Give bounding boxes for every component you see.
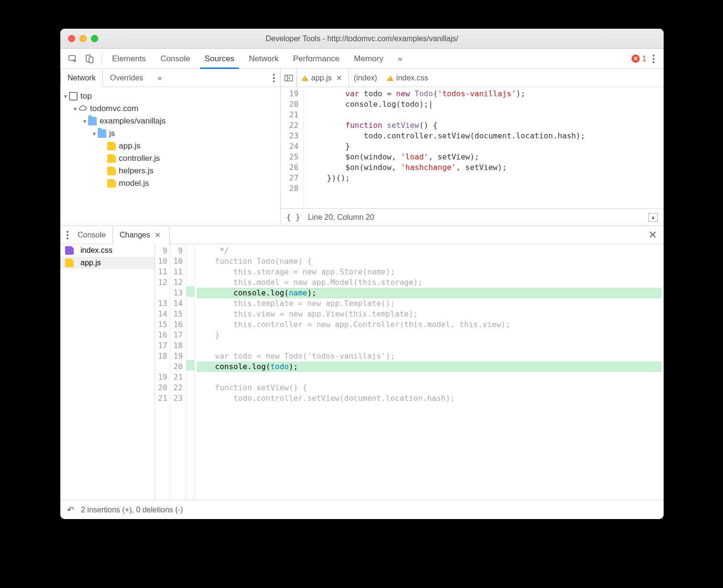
zoom-icon[interactable] — [91, 35, 98, 42]
tree-file-helpersjs[interactable]: helpers.js — [60, 165, 280, 177]
minimize-icon[interactable] — [79, 35, 87, 42]
titlebar: Developer Tools - http://todomvc.com/exa… — [60, 29, 664, 49]
tab-sources[interactable]: Sources — [197, 49, 241, 68]
error-badge[interactable]: ✕ 1 — [632, 55, 646, 63]
window-title: Developer Tools - http://todomvc.com/exa… — [60, 34, 664, 43]
tree-file-appjs[interactable]: app.js — [60, 140, 280, 152]
close-icon[interactable]: ✕ — [153, 231, 162, 239]
drawer-tab-console[interactable]: Console — [71, 226, 113, 244]
file-tree: ▼top ▼todomvc.com ▼examples/vanillajs ▼j… — [60, 87, 280, 226]
pretty-print-icon[interactable]: { } — [286, 213, 300, 222]
navigator-tabs: Network Overrides » — [60, 69, 280, 87]
panel-tabs: Elements Console Sources Network Perform… — [105, 49, 632, 68]
svg-rect-2 — [89, 57, 93, 63]
tab-performance[interactable]: Performance — [286, 49, 347, 68]
diff-code: */ function Todo(name) { this.storage = … — [195, 244, 664, 500]
line-gutter: 19202122232425262728 — [281, 87, 304, 208]
drawer-tabs: Console Changes ✕ ✕ — [60, 226, 664, 244]
inspect-icon[interactable] — [67, 53, 79, 65]
svg-rect-0 — [69, 56, 75, 60]
tab-console[interactable]: Console — [153, 49, 197, 68]
code-editor[interactable]: 19202122232425262728 var todo = new Todo… — [281, 87, 664, 208]
nav-tab-overrides[interactable]: Overrides — [103, 69, 150, 87]
source-editor-pane: app.js ✕ (index) index.css 1920212223242… — [281, 69, 664, 226]
folder-icon — [98, 129, 106, 138]
close-icon[interactable] — [68, 35, 75, 42]
device-icon[interactable] — [84, 53, 96, 65]
code-content[interactable]: var todo = new Todo('todos-vanillajs'); … — [304, 87, 590, 208]
folder-icon — [88, 117, 97, 125]
cursor-position: Line 20, Column 20 — [308, 213, 374, 222]
tree-file-modeljs[interactable]: model.js — [60, 177, 280, 190]
diff-view[interactable]: 9101112 131415161718 192021 910111213141… — [155, 244, 664, 500]
sources-panel: Network Overrides » ▼top ▼todomvc.com ▼e… — [60, 69, 664, 226]
file-tab-index[interactable]: (index) — [349, 69, 382, 87]
warning-icon — [387, 75, 394, 81]
nav-tab-network[interactable]: Network — [60, 69, 103, 87]
file-icon — [107, 167, 116, 175]
drawer-menu-icon[interactable] — [64, 228, 71, 242]
tree-frame-top[interactable]: ▼top — [60, 90, 280, 102]
drawer-close-icon[interactable]: ✕ — [642, 229, 664, 241]
changes-footer: ↶ 2 insertions (+), 0 deletions (-) — [60, 500, 664, 519]
file-icon — [107, 179, 116, 188]
drawer-panel: Console Changes ✕ ✕ index.css app.js 910… — [60, 226, 664, 519]
toggle-navigator-icon[interactable] — [281, 69, 297, 87]
file-icon — [65, 259, 74, 267]
tree-file-controllerjs[interactable]: controller.js — [60, 152, 280, 165]
frame-icon — [69, 92, 78, 101]
tree-folder[interactable]: ▼examples/vanillajs — [60, 115, 280, 127]
editor-header: app.js ✕ (index) index.css — [281, 69, 664, 87]
file-icon — [107, 142, 116, 150]
tabs-overflow[interactable]: » — [391, 49, 409, 68]
tab-elements[interactable]: Elements — [105, 49, 153, 68]
file-icon — [65, 246, 74, 255]
changed-file-indexcss[interactable]: index.css — [60, 244, 155, 257]
diff-marker-gutter — [186, 244, 195, 500]
separator — [102, 54, 102, 64]
nav-tabs-overflow[interactable]: » — [150, 69, 169, 87]
drawer-tab-changes[interactable]: Changes ✕ — [113, 226, 169, 244]
diff-gutter-new: 91011121314151617181920212223 — [170, 244, 186, 500]
traffic-lights — [60, 35, 98, 42]
warning-icon — [302, 75, 308, 81]
close-icon[interactable]: ✕ — [335, 74, 344, 82]
navigator-pane: Network Overrides » ▼top ▼todomvc.com ▼e… — [60, 69, 281, 226]
changes-body: index.css app.js 9101112 131415161718 19… — [60, 244, 664, 500]
cloud-icon — [79, 104, 87, 113]
revert-icon[interactable]: ↶ — [67, 505, 74, 515]
file-tab-indexcss[interactable]: index.css — [382, 69, 433, 87]
tree-domain[interactable]: ▼todomvc.com — [60, 102, 280, 115]
diff-gutter-old: 9101112 131415161718 192021 — [155, 244, 170, 500]
devtools-window: Developer Tools - http://todomvc.com/exa… — [60, 29, 664, 519]
tree-folder-js[interactable]: ▼js — [60, 127, 280, 140]
file-tabs: app.js ✕ (index) index.css — [297, 69, 433, 87]
error-count: 1 — [642, 55, 646, 63]
editor-footer: { } Line 20, Column 20 ▲ — [281, 208, 664, 226]
error-icon: ✕ — [632, 55, 640, 63]
changed-files-list: index.css app.js — [60, 244, 155, 500]
nav-menu-icon[interactable] — [271, 71, 277, 85]
changed-file-appjs[interactable]: app.js — [60, 257, 155, 269]
collapse-icon[interactable]: ▲ — [648, 213, 658, 222]
tab-network[interactable]: Network — [242, 49, 286, 68]
file-icon — [107, 154, 116, 163]
main-toolbar: Elements Console Sources Network Perform… — [60, 49, 664, 69]
file-tab-appjs[interactable]: app.js ✕ — [296, 69, 349, 87]
settings-menu-icon[interactable] — [650, 52, 657, 66]
tab-memory[interactable]: Memory — [347, 49, 390, 68]
changes-summary: 2 insertions (+), 0 deletions (-) — [81, 506, 183, 514]
